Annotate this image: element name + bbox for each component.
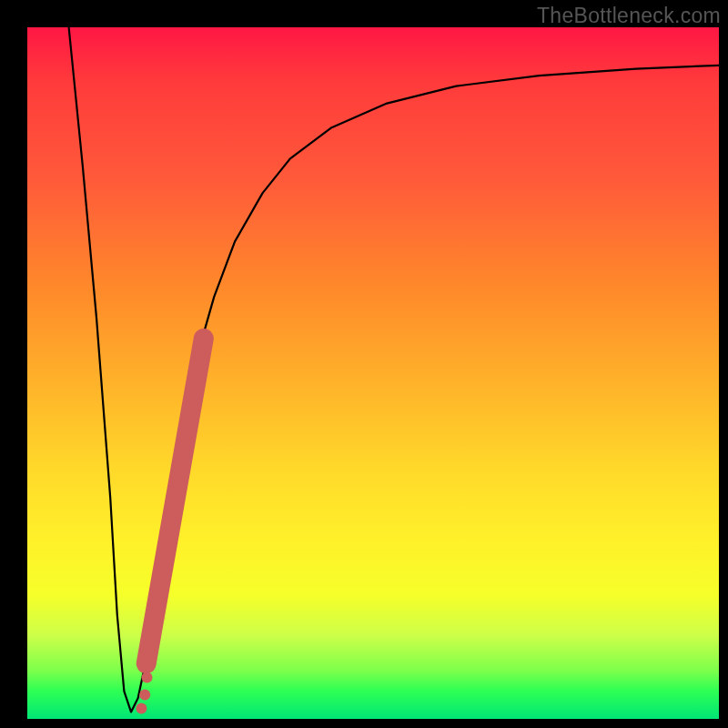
svg-point-0 [136, 703, 147, 714]
svg-point-1 [139, 689, 150, 700]
watermark-text: TheBottleneck.com [537, 4, 721, 28]
chart-frame: TheBottleneck.com [0, 0, 728, 728]
svg-point-2 [142, 672, 153, 682]
bottleneck-curve [69, 27, 719, 712]
plot-area [27, 27, 719, 719]
highlight-band [147, 339, 204, 663]
curve-layer [27, 27, 719, 719]
